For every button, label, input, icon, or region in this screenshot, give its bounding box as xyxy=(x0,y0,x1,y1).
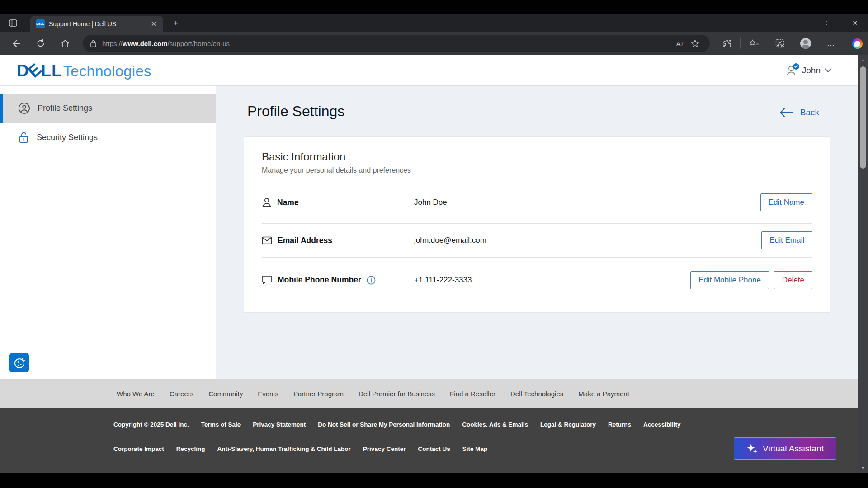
envelope-icon xyxy=(262,236,272,244)
address-bar[interactable]: https://www.dell.com/support/home/en-us … xyxy=(83,35,710,52)
footer-link[interactable]: Partner Program xyxy=(293,390,344,398)
window-bottom-strip xyxy=(0,473,868,488)
refresh-button[interactable] xyxy=(33,32,49,55)
ellipsis-icon: … xyxy=(827,39,835,48)
scrollbar-down-arrow[interactable]: ▼ xyxy=(858,463,868,473)
virtual-assistant-button[interactable]: Virtual Assistant xyxy=(734,437,836,460)
name-value: John Doe xyxy=(414,198,760,207)
window-close-button[interactable]: ✕ xyxy=(842,14,868,32)
add-favorite-button[interactable] xyxy=(687,36,703,51)
edit-name-button[interactable]: Edit Name xyxy=(760,193,812,211)
dell-favicon: DELL xyxy=(36,19,45,28)
sidebar-item-label: Profile Settings xyxy=(38,103,92,113)
footer-legal-link[interactable]: Cookies, Ads & Emails xyxy=(462,421,528,428)
mobile-phone-value: +1 111-222-3333 xyxy=(414,276,690,285)
dell-site-header: DELL Technologies John xyxy=(0,55,858,86)
footer-link[interactable]: Events xyxy=(258,390,278,398)
virtual-assistant-label: Virtual Assistant xyxy=(763,444,824,454)
footer-link[interactable]: Who We Are xyxy=(117,390,155,398)
settings-more-button[interactable]: … xyxy=(822,32,840,55)
extensions-button[interactable] xyxy=(718,32,736,55)
browser-tab-bar: DELL Support Home | Dell US ✕ + xyxy=(0,14,868,32)
info-icon[interactable] xyxy=(367,276,376,285)
user-account-menu[interactable]: John xyxy=(785,55,832,86)
page-scrollbar[interactable]: ▲ ▼ xyxy=(858,55,868,473)
footer-legal-link[interactable]: Privacy Center xyxy=(363,446,406,452)
footer-legal-link[interactable]: Copyright © 2025 Dell Inc. xyxy=(113,421,189,428)
window-minimize-button[interactable] xyxy=(789,14,815,32)
back-link[interactable]: Back xyxy=(779,108,819,117)
footer-legal-link[interactable]: Site Map xyxy=(462,446,488,452)
footer-legal-link[interactable]: Recycling xyxy=(176,446,205,452)
edit-email-button[interactable]: Edit Email xyxy=(761,231,812,249)
sidebar-item-label: Security Settings xyxy=(37,133,98,142)
browser-tab[interactable]: DELL Support Home | Dell US ✕ xyxy=(30,16,163,32)
footer-legal-link[interactable]: Terms of Sale xyxy=(201,421,241,428)
tab-actions-menu-button[interactable] xyxy=(6,17,20,29)
user-name: John xyxy=(802,66,821,75)
cookie-consent-button[interactable] xyxy=(9,353,29,372)
site-lock-icon[interactable] xyxy=(90,40,97,47)
scrollbar-up-arrow[interactable]: ▲ xyxy=(858,55,868,65)
footer-legal-link[interactable]: Corporate Impact xyxy=(113,446,164,452)
footer-link[interactable]: Find a Reseller xyxy=(450,390,495,398)
tab-close-button[interactable]: ✕ xyxy=(149,19,159,29)
footer-link[interactable]: Careers xyxy=(170,390,193,398)
home-button[interactable] xyxy=(57,32,73,55)
verified-badge-icon xyxy=(793,63,799,70)
copilot-icon xyxy=(852,38,863,49)
back-label: Back xyxy=(800,108,819,117)
browser-profile-button[interactable] xyxy=(797,32,815,55)
dell-technologies-logo[interactable]: DELL Technologies xyxy=(17,61,151,80)
tab-title: Support Home | Dell US xyxy=(49,20,149,28)
footer-legal-row2: Corporate Impact RecyclingAnti-Slavery, … xyxy=(113,446,487,452)
cookie-icon xyxy=(13,356,26,370)
copilot-button[interactable] xyxy=(848,32,866,55)
back-arrow-icon xyxy=(11,39,20,48)
footer-legal-link[interactable]: Privacy Statement xyxy=(253,421,306,428)
content-area: Profile Settings Security Settings Profi… xyxy=(0,86,858,473)
home-icon xyxy=(61,39,70,48)
footer-link[interactable]: Community xyxy=(208,390,243,398)
delete-mobile-phone-button[interactable]: Delete xyxy=(774,271,812,289)
page-title: Profile Settings xyxy=(247,103,344,120)
star-icon xyxy=(691,39,699,48)
back-button[interactable] xyxy=(7,32,24,55)
footer-legal-link[interactable]: Do Not Sell or Share My Personal Informa… xyxy=(318,421,450,428)
scrollbar-thumb[interactable] xyxy=(860,66,866,169)
extensions-puzzle-icon xyxy=(722,39,732,48)
web-capture-button[interactable] xyxy=(771,32,789,55)
sidebar-item-security-settings[interactable]: Security Settings xyxy=(0,123,216,152)
edit-mobile-phone-button[interactable]: Edit Mobile Phone xyxy=(690,271,769,289)
mobile-phone-label: Mobile Phone Number xyxy=(278,275,361,285)
footer-legal-row1: Copyright © 2025 Dell Inc. Terms of Sale… xyxy=(113,421,681,428)
footer-legal-link[interactable]: Returns xyxy=(608,421,631,428)
new-tab-button[interactable]: + xyxy=(170,18,182,29)
email-value: john.doe@email.com xyxy=(414,236,761,245)
footer-legal-link[interactable]: Anti-Slavery, Human Trafficking & Child … xyxy=(217,446,351,452)
footer-legal-link[interactable]: Accessibility xyxy=(643,421,681,428)
main-panel: Profile Settings Back Basic Information … xyxy=(216,86,858,379)
footer-legal-link[interactable]: Legal & Regulatory xyxy=(540,421,596,428)
toolbar-divider xyxy=(740,38,741,49)
avatar xyxy=(800,38,811,49)
window-maximize-button[interactable] xyxy=(815,14,841,32)
read-aloud-button[interactable]: A) xyxy=(672,36,687,51)
url-text: https://www.dell.com/support/home/en-us xyxy=(102,40,230,47)
footer-link[interactable]: Dell Technologies xyxy=(510,390,563,398)
web-capture-icon xyxy=(775,38,785,48)
favorites-list-button[interactable] xyxy=(745,32,763,55)
footer-legal-link[interactable]: Contact Us xyxy=(418,446,450,452)
email-row: Email Address john.doe@email.com Edit Em… xyxy=(262,224,812,258)
sms-bubble-icon xyxy=(262,275,272,285)
screen: DELL Support Home | Dell US ✕ + ✕ https:… xyxy=(0,0,868,488)
email-label: Email Address xyxy=(278,236,332,245)
footer-link[interactable]: Dell Premier for Business xyxy=(359,390,435,398)
card-subtitle: Manage your personal details and prefere… xyxy=(262,166,812,174)
favorites-list-icon xyxy=(749,39,760,48)
footer-primary-links: Who We Are CareersCommunityEventsPartner… xyxy=(0,379,858,408)
logo-dell-wordmark: DELL xyxy=(17,61,62,80)
user-avatar-icon xyxy=(785,64,798,77)
sidebar-item-profile-settings[interactable]: Profile Settings xyxy=(0,94,216,123)
footer-link[interactable]: Make a Payment xyxy=(578,390,629,398)
